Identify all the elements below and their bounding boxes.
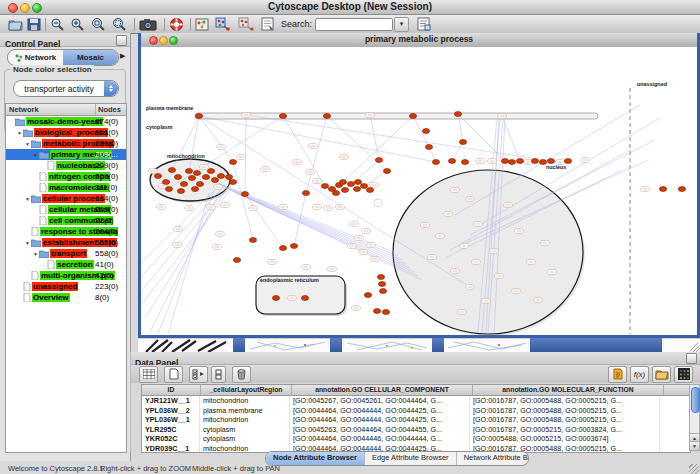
network-node[interactable] xyxy=(180,182,187,187)
network-node[interactable] xyxy=(373,309,380,314)
network-node[interactable] xyxy=(225,175,232,180)
network-node[interactable] xyxy=(168,168,175,173)
network-node[interactable] xyxy=(241,192,248,197)
background-frame-titlebar[interactable] xyxy=(530,338,662,352)
network-node[interactable] xyxy=(165,187,172,192)
tree-col-network[interactable]: Network xyxy=(6,104,96,115)
network-node[interactable] xyxy=(382,310,389,315)
network-node[interactable] xyxy=(154,174,161,179)
background-frame[interactable] xyxy=(342,338,432,352)
table-row[interactable]: YLR295Ccytoplasm[GO:0045263, GO:0044464,… xyxy=(142,425,690,435)
unselect-attributes-icon[interactable] xyxy=(211,366,226,383)
tree-expand-icon[interactable]: ▼ xyxy=(24,240,31,246)
tab-mosaic[interactable]: Mosaic xyxy=(63,50,118,65)
tree-expand-icon[interactable]: ▼ xyxy=(24,141,31,147)
network-node[interactable] xyxy=(332,191,339,196)
network-node[interactable] xyxy=(185,169,192,174)
tree-row[interactable]: unassigned223(0) xyxy=(6,281,126,292)
network-node[interactable] xyxy=(196,182,203,187)
table-row[interactable]: YPL036W__2plasma membrane[GO:0044464, GO… xyxy=(142,406,690,416)
tree-row[interactable]: ▼establishment of lo558(0) xyxy=(6,237,126,248)
network-node[interactable] xyxy=(207,169,214,174)
search-dropdown-button[interactable]: ▼ xyxy=(394,17,409,32)
table-column-header[interactable]: annotation.GO MOLECULAR_FUNCTION xyxy=(473,385,664,395)
network-node[interactable] xyxy=(448,159,455,164)
tree-row[interactable]: ▼transport558(0) xyxy=(6,248,126,259)
tree-row[interactable]: response to stimulu264(0) xyxy=(6,226,126,237)
network-node[interactable] xyxy=(425,145,432,150)
tab-scroll-right-icon[interactable]: ▶ xyxy=(120,52,125,60)
network-view-titlebar[interactable]: primary metabolic process xyxy=(141,33,697,48)
network-node[interactable] xyxy=(323,114,330,119)
attribute-table-header[interactable]: ID_cellularLayoutRegionannotation.GO CEL… xyxy=(142,385,690,396)
network-node[interactable] xyxy=(454,112,461,117)
network-node[interactable] xyxy=(531,159,538,164)
network-node[interactable] xyxy=(501,159,508,164)
delete-attribute-icon[interactable] xyxy=(232,366,251,383)
network-node[interactable] xyxy=(339,180,346,185)
network-node[interactable] xyxy=(233,258,240,263)
network-node[interactable] xyxy=(366,188,373,193)
network-node[interactable] xyxy=(379,289,386,294)
table-vertical-scrollbar[interactable]: ▲ ▼ xyxy=(689,384,700,451)
network-node[interactable] xyxy=(191,187,198,192)
background-frame[interactable] xyxy=(662,338,700,352)
tab-network[interactable]: Network xyxy=(8,50,63,65)
network-node[interactable] xyxy=(375,158,382,163)
table-column-header[interactable]: annotation.GO CELLULAR_COMPONENT xyxy=(292,385,473,395)
network-node[interactable] xyxy=(217,174,224,179)
select-attributes-icon[interactable] xyxy=(189,366,208,383)
float-panel-icon[interactable] xyxy=(116,35,127,46)
table-row[interactable]: YJR121W__1mitochondrion[GO:0045267, GO:0… xyxy=(142,396,690,406)
save-icon[interactable] xyxy=(27,16,41,32)
network-node[interactable] xyxy=(321,184,328,189)
network-node[interactable] xyxy=(409,114,416,119)
create-view-icon[interactable] xyxy=(215,16,232,32)
network-node[interactable] xyxy=(347,182,354,187)
network-node[interactable] xyxy=(422,129,429,134)
network-node[interactable] xyxy=(162,180,169,185)
network-node[interactable] xyxy=(193,171,200,176)
tree-row[interactable]: secretion41(0) xyxy=(6,259,126,270)
tree-row[interactable]: cellular metabol209(0) xyxy=(6,204,126,215)
tree-row[interactable]: macromolecule311(0) xyxy=(6,182,126,193)
zoom-out-icon[interactable] xyxy=(50,16,65,32)
network-node[interactable] xyxy=(378,282,385,287)
network-node[interactable] xyxy=(341,188,348,193)
tree-row[interactable]: ▼metabolic process280(0) xyxy=(6,138,126,149)
tree-expand-icon[interactable]: ▼ xyxy=(32,251,39,257)
network-node[interactable] xyxy=(432,160,439,165)
tree-expand-icon[interactable]: ▼ xyxy=(32,152,39,158)
network-node[interactable] xyxy=(547,159,554,164)
network-node[interactable] xyxy=(302,191,309,196)
network-node[interactable] xyxy=(290,244,297,249)
open-attributes-icon[interactable] xyxy=(652,366,671,383)
search-input[interactable] xyxy=(315,18,393,31)
new-attribute-icon[interactable] xyxy=(164,366,183,383)
network-node[interactable] xyxy=(377,275,384,280)
tree-row[interactable]: ▼cellular process614(0) xyxy=(6,193,126,204)
network-node[interactable] xyxy=(383,169,390,174)
zoom-in-icon[interactable] xyxy=(70,16,85,32)
network-node[interactable] xyxy=(508,160,515,165)
network-node[interactable] xyxy=(279,114,286,119)
zoom-selected-icon[interactable] xyxy=(111,16,127,32)
help-icon[interactable] xyxy=(169,16,184,32)
tree-row[interactable]: mosaic-demo-yeast874(0) xyxy=(6,116,126,127)
destroy-view-icon[interactable] xyxy=(238,16,255,32)
tree-expand-icon[interactable]: ▼ xyxy=(16,130,23,136)
network-node[interactable] xyxy=(353,187,360,192)
network-node[interactable] xyxy=(229,180,236,185)
network-node[interactable] xyxy=(279,246,286,251)
table-row[interactable]: YPL036W__1mitochondrion[GO:0044464, GO:0… xyxy=(142,415,690,425)
table-column-header[interactable]: _cellularLayoutRegion xyxy=(201,385,292,395)
matrix-icon[interactable] xyxy=(674,366,693,383)
resize-grip[interactable] xyxy=(689,464,699,474)
tree-row[interactable]: ▼primary metabo209(... xyxy=(6,149,126,160)
network-node[interactable] xyxy=(301,296,308,301)
import-attributes-icon[interactable] xyxy=(608,366,627,383)
table-row[interactable]: YKR052Ccytoplasm[GO:0044464, GO:0044446,… xyxy=(142,434,690,444)
annotation-icon[interactable] xyxy=(417,16,431,32)
background-frame[interactable] xyxy=(444,338,530,352)
scrollbar-thumb[interactable] xyxy=(691,387,700,413)
